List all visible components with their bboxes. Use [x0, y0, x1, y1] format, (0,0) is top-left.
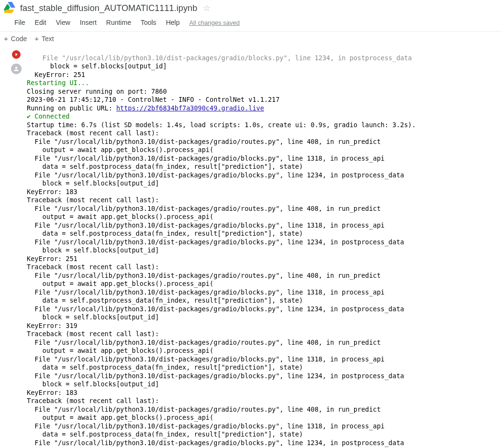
menu-bar: File Edit View Insert Runtime Tools Help… — [0, 16, 501, 32]
output-line: File "/usr/local/lib/python3.10/dist-pac… — [27, 355, 385, 363]
output-line: Connected — [31, 112, 69, 120]
output-line: block = self.blocks[output_id] — [27, 179, 159, 187]
menu-edit[interactable]: Edit — [30, 17, 51, 28]
output-line: output = await app.get_blocks().process_… — [27, 347, 213, 354]
output-line: File "/usr/local/lib/python3.10/dist-pac… — [27, 305, 404, 313]
output-line: File "/usr/local/lib/python3.10/dist-pac… — [27, 221, 385, 229]
output-line: File "/usr/local/lib/python3.10/dist-pac… — [27, 54, 412, 62]
cell-output-area: File "/usr/local/lib/python3.10/dist-pac… — [0, 45, 501, 448]
output-line: File "/usr/local/lib/python3.10/dist-pac… — [27, 288, 385, 296]
menu-help[interactable]: Help — [161, 17, 185, 28]
output-line: File "/usr/local/lib/python3.10/dist-pac… — [27, 154, 385, 162]
output-gutter — [8, 45, 25, 448]
output-line: Traceback (most recent call last): — [27, 263, 159, 271]
output-line: KeyError: 251 — [27, 255, 78, 262]
notebook-title[interactable]: fast_stable_diffusion_AUTOMATIC1111.ipyn… — [20, 3, 197, 13]
toolbar: + Code + Text — [0, 32, 501, 45]
output-line: block = self.blocks[output_id] — [27, 380, 159, 388]
output-line: KeyError: 183 — [27, 389, 78, 396]
output-line: Restarting UI... — [27, 79, 89, 87]
output-line: File "/usr/local/lib/python3.10/dist-pac… — [27, 422, 385, 430]
output-line: Running on public URL: — [27, 104, 116, 112]
add-text-label: Text — [42, 35, 54, 43]
output-line: File "/usr/local/lib/python3.10/dist-pac… — [27, 439, 404, 447]
menu-insert[interactable]: Insert — [75, 17, 101, 28]
output-line: Traceback (most recent call last): — [27, 129, 159, 137]
drive-icon — [4, 2, 16, 14]
output-line: KeyError: 251 — [27, 71, 85, 78]
output-line: Startup time: 6.7s (list SD models: 1.4s… — [27, 121, 416, 129]
output-line: data = self.postprocess_data(fn_index, r… — [27, 430, 303, 438]
menu-view[interactable]: View — [51, 17, 75, 28]
output-line: data = self.postprocess_data(fn_index, r… — [27, 296, 303, 304]
executor-avatar-icon[interactable] — [11, 64, 22, 74]
output-line: output = await app.get_blocks().process_… — [27, 414, 213, 421]
output-line: File "/usr/local/lib/python3.10/dist-pac… — [27, 238, 404, 246]
output-line: data = self.postprocess_data(fn_index, r… — [27, 163, 303, 170]
output-line: KeyError: 319 — [27, 322, 78, 329]
notebook-header: fast_stable_diffusion_AUTOMATIC1111.ipyn… — [0, 0, 501, 16]
output-line: data = self.postprocess_data(fn_index, r… — [27, 229, 303, 237]
menu-file[interactable]: File — [10, 17, 30, 28]
output-line: File "/usr/local/lib/python3.10/dist-pac… — [27, 272, 381, 279]
output-line: block = self.blocks[output_id] — [27, 246, 159, 254]
plus-icon: + — [4, 34, 8, 43]
output-line: File "/usr/local/lib/python3.10/dist-pac… — [27, 372, 404, 380]
output-line: output = await app.get_blocks().process_… — [27, 213, 213, 220]
menu-runtime[interactable]: Runtime — [101, 17, 136, 28]
output-line: File "/usr/local/lib/python3.10/dist-pac… — [27, 171, 404, 179]
output-line: Traceback (most recent call last): — [27, 330, 159, 338]
output-line: KeyError: 183 — [27, 188, 78, 196]
add-text-button[interactable]: + Text — [34, 34, 54, 43]
output-line: data = self.postprocess_data(fn_index, r… — [27, 363, 303, 371]
menu-tools[interactable]: Tools — [136, 17, 161, 28]
add-code-button[interactable]: + Code — [4, 34, 27, 43]
plus-icon: + — [34, 34, 39, 43]
output-line: File "/usr/local/lib/python3.10/dist-pac… — [27, 138, 381, 145]
output-line: Traceback (most recent call last): — [27, 397, 159, 404]
output-line: 2023-06-21 17:45:12,710 - ControlNet - I… — [27, 96, 279, 103]
output-line: File "/usr/local/lib/python3.10/dist-pac… — [27, 205, 381, 212]
output-line: Traceback (most recent call last): — [27, 196, 159, 204]
output-line: output = await app.get_blocks().process_… — [27, 146, 213, 153]
add-code-label: Code — [11, 35, 27, 43]
public-url-link[interactable]: https://2bf6834bf7a3090c49.gradio.live — [116, 104, 264, 112]
save-status[interactable]: All changes saved — [189, 19, 240, 26]
output-line: File "/usr/local/lib/python3.10/dist-pac… — [27, 339, 381, 346]
output-line: output = await app.get_blocks().process_… — [27, 280, 213, 287]
console-output[interactable]: File "/usr/local/lib/python3.10/dist-pac… — [25, 45, 501, 448]
output-line: File "/usr/local/lib/python3.10/dist-pac… — [27, 405, 381, 413]
error-status-icon[interactable] — [12, 50, 21, 59]
output-line: block = self.blocks[output_id] — [27, 62, 167, 70]
output-line: Closing server running on port: 7860 — [27, 87, 167, 95]
check-icon: ✔ — [27, 112, 31, 120]
star-icon[interactable]: ☆ — [203, 3, 211, 13]
output-line: block = self.blocks[output_id] — [27, 313, 159, 321]
